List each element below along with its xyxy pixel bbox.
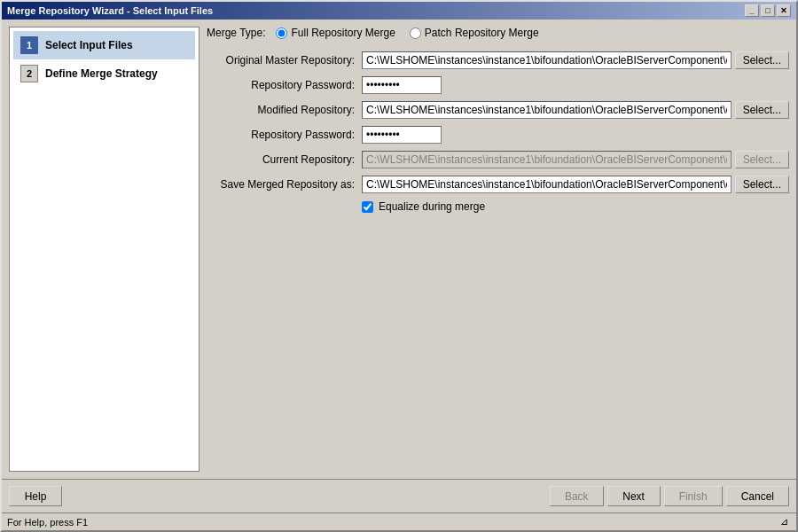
minimize-button[interactable]: _ — [745, 4, 759, 17]
current-repo-input[interactable] — [362, 151, 732, 168]
window-title: Merge Repository Wizard - Select Input F… — [7, 5, 213, 16]
patch-merge-radio[interactable] — [410, 27, 421, 39]
original-master-row: Original Master Repository: Select... — [207, 51, 789, 69]
status-bar-resize-icon: ⊿ — [777, 516, 791, 528]
original-master-select-button[interactable]: Select... — [735, 51, 789, 69]
cancel-button[interactable]: Cancel — [726, 486, 789, 506]
status-bar: For Help, press F1 ⊿ — [2, 512, 796, 530]
original-master-input-group: Select... — [362, 51, 789, 69]
sidebar: 1 Select Input Files 2 Define Merge Stra… — [9, 27, 200, 472]
current-repo-label: Current Repository: — [207, 153, 362, 166]
step-2-label: Define Merge Strategy — [45, 67, 158, 80]
patch-merge-option[interactable]: Patch Repository Merge — [410, 27, 539, 39]
next-button[interactable]: Next — [607, 486, 661, 506]
equalize-row: Equalize during merge — [362, 200, 789, 213]
current-repo-row: Current Repository: Select... — [207, 151, 789, 168]
content-area: 1 Select Input Files 2 Define Merge Stra… — [2, 20, 796, 479]
radio-group: Full Repository Merge Patch Repository M… — [276, 27, 538, 39]
back-button[interactable]: Back — [550, 486, 604, 506]
original-password-label: Repository Password: — [207, 79, 362, 91]
modified-repo-row: Modified Repository: Select... — [207, 101, 789, 119]
full-merge-radio[interactable] — [276, 27, 287, 39]
current-repo-select-button[interactable]: Select... — [735, 151, 789, 168]
sidebar-item-define-merge[interactable]: 2 Define Merge Strategy — [13, 59, 195, 88]
bottom-bar: Help Back Next Finish Cancel — [2, 479, 796, 512]
status-text: For Help, press F1 — [7, 517, 88, 528]
full-merge-label: Full Repository Merge — [291, 27, 395, 39]
original-password-input[interactable] — [362, 76, 442, 94]
main-window: Merge Repository Wizard - Select Input F… — [0, 0, 798, 532]
nav-buttons: Back Next Finish Cancel — [550, 486, 789, 506]
original-password-row: Repository Password: — [207, 76, 789, 94]
merge-type-row: Merge Type: Full Repository Merge Patch … — [207, 27, 789, 39]
modified-repo-select-button[interactable]: Select... — [735, 101, 789, 119]
step-1-label: Select Input Files — [45, 39, 133, 51]
patch-merge-label: Patch Repository Merge — [425, 27, 539, 39]
merge-type-label: Merge Type: — [207, 27, 265, 39]
modified-repo-input[interactable] — [362, 101, 732, 119]
title-bar: Merge Repository Wizard - Select Input F… — [2, 2, 796, 20]
save-merged-input-group: Select... — [362, 176, 789, 193]
modified-repo-label: Modified Repository: — [207, 104, 362, 116]
current-repo-input-group: Select... — [362, 151, 789, 168]
save-merged-label: Save Merged Repository as: — [207, 178, 362, 191]
help-button[interactable]: Help — [9, 486, 62, 506]
original-password-input-group — [362, 76, 789, 94]
full-merge-option[interactable]: Full Repository Merge — [276, 27, 395, 39]
modified-password-input[interactable] — [362, 126, 442, 144]
modified-password-input-group — [362, 126, 789, 144]
step-2-number: 2 — [20, 65, 38, 82]
title-bar-buttons: _ □ ✕ — [745, 4, 791, 17]
maximize-button[interactable]: □ — [761, 4, 775, 17]
original-master-label: Original Master Repository: — [207, 54, 362, 66]
save-merged-select-button[interactable]: Select... — [735, 176, 789, 193]
save-merged-row: Save Merged Repository as: Select... — [207, 176, 789, 193]
equalize-checkbox[interactable] — [362, 201, 373, 213]
modified-password-label: Repository Password: — [207, 129, 362, 141]
equalize-label: Equalize during merge — [379, 200, 485, 213]
modified-repo-input-group: Select... — [362, 101, 789, 119]
close-button[interactable]: ✕ — [777, 4, 791, 17]
save-merged-input[interactable] — [362, 176, 732, 193]
main-panel: Merge Type: Full Repository Merge Patch … — [207, 27, 789, 472]
finish-button[interactable]: Finish — [664, 486, 723, 506]
modified-password-row: Repository Password: — [207, 126, 789, 144]
original-master-input[interactable] — [362, 51, 732, 69]
sidebar-item-select-input[interactable]: 1 Select Input Files — [13, 31, 195, 59]
step-1-number: 1 — [20, 36, 38, 54]
